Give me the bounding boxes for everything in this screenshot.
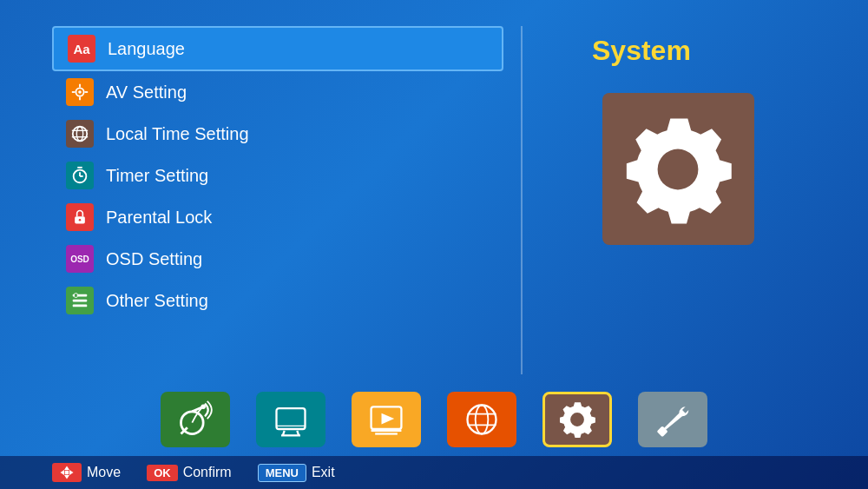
main-container: Aa Language AV Setting <box>0 0 868 489</box>
menu-item-osd[interactable]: OSD OSD Setting <box>52 238 503 280</box>
svg-point-15 <box>79 219 82 221</box>
nav-satellite-button[interactable] <box>161 392 230 447</box>
nav-tools-button[interactable] <box>638 392 707 447</box>
localtime-icon <box>66 120 94 148</box>
menu-item-localtime[interactable]: Local Time Setting <box>52 113 503 155</box>
svg-rect-18 <box>73 305 88 307</box>
menu-label-timer: Timer Setting <box>106 166 208 186</box>
svg-point-32 <box>468 406 496 434</box>
menu-panel: Aa Language AV Setting <box>52 26 503 374</box>
bottom-hints-bar: Move OK Confirm MENU Exit <box>0 456 868 489</box>
nav-media-button[interactable] <box>352 392 421 447</box>
svg-marker-37 <box>64 466 69 471</box>
menu-item-av[interactable]: AV Setting <box>52 71 503 113</box>
content-area: Aa Language AV Setting <box>0 0 868 383</box>
nav-icons-row <box>0 383 868 456</box>
nav-internet-button[interactable] <box>447 392 516 447</box>
move-badge <box>52 463 82 482</box>
menu-label-localtime: Local Time Setting <box>106 124 249 144</box>
gear-icon <box>621 113 734 226</box>
system-title: System <box>592 35 691 67</box>
av-icon <box>66 78 94 106</box>
svg-point-33 <box>476 406 489 434</box>
svg-point-9 <box>76 127 82 142</box>
menu-label: Exit <box>312 465 335 480</box>
menu-label-av: AV Setting <box>106 83 187 102</box>
menu-badge: MENU <box>258 464 306 482</box>
system-icon-box <box>602 93 754 245</box>
svg-marker-40 <box>69 470 74 475</box>
menu-label-parental: Parental Lock <box>106 208 212 228</box>
svg-rect-17 <box>73 300 88 302</box>
svg-marker-39 <box>61 470 65 475</box>
parental-icon <box>66 203 94 231</box>
menu-label-osd: OSD Setting <box>106 249 202 269</box>
other-icon <box>66 287 94 314</box>
osd-icon: OSD <box>66 245 94 273</box>
nav-system-button[interactable] <box>542 392 612 447</box>
menu-item-other[interactable]: Other Setting <box>52 280 503 321</box>
ok-label: Confirm <box>183 465 232 480</box>
svg-rect-41 <box>65 471 69 475</box>
svg-marker-38 <box>64 475 69 479</box>
timer-icon <box>66 162 94 189</box>
menu-item-parental[interactable]: Parental Lock <box>52 196 503 238</box>
language-icon: Aa <box>68 35 95 63</box>
menu-item-timer[interactable]: Timer Setting <box>52 155 503 196</box>
vertical-divider <box>521 26 523 374</box>
nav-tv-button[interactable] <box>256 392 326 447</box>
svg-point-6 <box>73 127 88 142</box>
right-panel: System <box>540 26 816 374</box>
menu-hint: MENU Exit <box>258 464 335 482</box>
ok-hint: OK Confirm <box>147 465 232 481</box>
svg-point-1 <box>78 90 82 94</box>
move-label: Move <box>87 465 121 480</box>
svg-marker-29 <box>382 413 395 425</box>
menu-item-language[interactable]: Aa Language <box>52 26 503 71</box>
svg-rect-19 <box>75 294 78 298</box>
menu-label-language: Language <box>108 39 185 59</box>
menu-label-other: Other Setting <box>106 291 208 311</box>
ok-badge: OK <box>147 465 178 481</box>
move-hint: Move <box>52 463 121 482</box>
